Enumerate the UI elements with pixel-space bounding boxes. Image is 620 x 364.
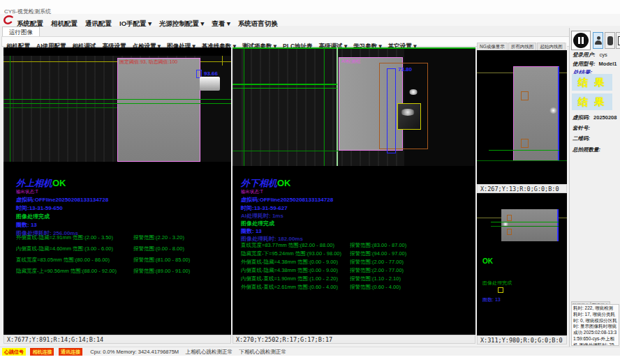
log-box[interactable]: 耗时: 222, 瑕疵检测耗时: 17, 瑕疵分类耗时: 0, 瑕疵模拟分区耗时… xyxy=(571,304,619,346)
left-overlay-green-line-2 xyxy=(3,103,231,104)
mid-ai-box-label: AI检测框 xyxy=(341,58,361,65)
menu-bar: 系统配置相机配置通讯配置IO手配置 ▾光源控制配置 ▾查看 ▾系统语言切换 xyxy=(0,14,620,26)
measurement-row: 直线宽度=83.77mm 范围:(82.00 - 88.00) 报警范围:(83… xyxy=(241,242,473,250)
left-blue-value-text: 93.66 xyxy=(204,70,218,77)
measurement-alarm-range: 报警范围:(89.00 - 91.00) xyxy=(133,268,190,275)
mid-time: 时间:13-31-59-627 xyxy=(241,204,288,212)
ng-view-bottom-panel[interactable]: OK 图像处理完成 圈数: 13 xyxy=(477,193,567,335)
left-camera-panel[interactable]: 固定阈值:93, 动态阈值:100 93.66 外上相机OK 输出状态:T 虚拟… xyxy=(3,47,231,335)
user-button[interactable] xyxy=(593,32,603,49)
ra-green-line-2 xyxy=(477,160,567,161)
mid-overlay-green-top xyxy=(232,47,475,49)
left-camera-image[interactable]: 固定阈值:93, 动态阈值:100 93.66 xyxy=(3,56,231,162)
control-panel: → 登录用户: cys 使用型号: Model1 总结果: 结 果 结 果 虚拟… xyxy=(569,28,620,351)
measurement-row: 外侧直线-隐藏=2.91mm 范围:(2.00 - 3.50) 报警范围:(2.… xyxy=(16,234,228,245)
rb-done-text: 图像处理完成 xyxy=(482,280,512,287)
tab-row: 运行图像 xyxy=(0,26,620,36)
left-camera-ok-badge: OK xyxy=(52,178,66,188)
rb-orange-box-1 xyxy=(507,215,512,221)
rb-ok-text: OK xyxy=(482,257,493,265)
measurement-row: 外侧直线-隐藏=4.38mm 范围:(0.00 - 9.00) 报警范围:(2.… xyxy=(241,259,473,267)
exit-button[interactable]: → xyxy=(616,32,620,49)
measurement-alarm-range: 报警范围:(2.00 - 77.00) xyxy=(350,259,404,266)
login-user-label: 登录用户: xyxy=(573,52,596,58)
left-overlay-green-line-1 xyxy=(3,99,231,100)
mid-feature-highlight xyxy=(400,109,415,116)
mid-overlay-green-line-1 xyxy=(232,84,337,85)
qrcode-label: 二维码: xyxy=(573,135,590,142)
upper-camera-heartbeat-text: 上相机心跳检测正常 xyxy=(186,348,233,356)
left-overlay-yellow-vline xyxy=(222,56,223,66)
measurement-alarm-range: 报警范围:(94.00 - 97.00) xyxy=(350,250,406,257)
app-logo-icon xyxy=(3,15,14,25)
mid-overlay-green-vline-1 xyxy=(244,47,244,166)
mid-barcode: 虚拟码:OFFline20250208133134728 xyxy=(241,196,333,204)
mid-camera-panel[interactable]: AI检测框 73.80 外下相机OK 输出状态:T 虚拟码:OFFline202… xyxy=(232,47,475,335)
measurement-row: 隐藏宽度-上=90.56mm 范围:(88.00 - 92.00) 报警范围:(… xyxy=(16,268,228,279)
result-box-2: 结 果 xyxy=(572,93,612,110)
login-user-value: cys xyxy=(600,52,607,58)
left-coords-bar: X:7677;Y:891;R:14;G:14;B:14 xyxy=(3,335,231,344)
measurement-alarm-range: 报警范围:(1.10 - 2.10) xyxy=(350,275,401,282)
measurement-alarm-range: 报警范围:(0.60 - 4.00) xyxy=(350,284,401,291)
mid-coords-bar: X:270;Y:2502;R:17;G:17;B:17 xyxy=(232,335,475,344)
mid-camera-name: 外下相机 xyxy=(241,178,277,188)
log-text: 耗时: 222, 瑕疵检测耗时: 17, 瑕疵分类耗时: 0, 瑕疵模拟分区耗时… xyxy=(573,305,617,346)
measurement-row: 内侧直线-直线=1.90mm 范围:(1.00 - 2.20) 报警范围:(1.… xyxy=(241,275,473,284)
app-window: CYS-视觉检测系统 系统配置相机配置通讯配置IO手配置 ▾光源控制配置 ▾查看… xyxy=(0,0,620,364)
tab-run-image[interactable]: 运行图像 xyxy=(2,26,40,36)
left-camera-name: 外上相机 xyxy=(16,178,52,188)
measurement-alarm-range: 报警范围:(0.00 - 8.00) xyxy=(133,245,184,252)
left-connector-part xyxy=(200,77,220,91)
mid-output-state: 输出状态:T xyxy=(241,189,263,195)
measurement-row: 直线宽度=83.05mm 范围:(80.00 - 86.00) 报警范围:(81… xyxy=(16,257,228,268)
measurement-row: 内侧直线-隐藏=4.60mm 范围:(3.00 - 6.00) 报警范围:(0.… xyxy=(16,245,228,257)
ng-view-top-image xyxy=(513,66,559,160)
pause-button[interactable] xyxy=(571,31,591,50)
left-time: 时间:13-31-59-650 xyxy=(16,204,63,212)
ra-white-blob xyxy=(549,107,557,114)
model-row: 使用型号: Model1 xyxy=(573,61,617,68)
rb-orange-box-2 xyxy=(507,229,512,235)
vcode-value: 20250208 xyxy=(593,114,617,121)
badge-button[interactable] xyxy=(605,32,615,49)
model-value: Model1 xyxy=(599,61,617,67)
left-camera-title: 外上相机OK xyxy=(16,177,66,190)
needle-label: 套针号: xyxy=(573,125,590,132)
rb-ring-text: 圈数: 13 xyxy=(482,296,501,303)
mid-camera-title: 外下相机OK xyxy=(241,177,291,190)
mid-overlay-green-line-3 xyxy=(232,151,339,151)
ng-bottom-coords-bar: X:311;Y:980;R:0;G:0;B:0 xyxy=(477,335,567,344)
measurement-alarm-range: 报警范围:(2.00 - 77.00) xyxy=(350,267,404,274)
model-label: 使用型号: xyxy=(573,61,596,67)
ng-view-bottom-image xyxy=(501,209,559,241)
window-titlebar: CYS-视觉检测系统 xyxy=(0,0,620,14)
bottom-margin xyxy=(0,356,620,364)
left-product-roi-box xyxy=(117,58,200,162)
measurement-alarm-range: 报警范围:(2.20 - 3.20) xyxy=(133,234,184,241)
mid-ai-elapsed: AI处理耗时: 1ms xyxy=(241,212,283,220)
measurement-row: 内侧直线-隐藏=4.38mm 范围:(0.00 - 9.00) 报警范围:(2.… xyxy=(241,267,473,275)
badge-icon xyxy=(607,36,613,45)
lower-camera-heartbeat-text: 下相机心跳检测正常 xyxy=(239,348,287,356)
measurement-text: 直线宽度=83.05mm 范围:(80.00 - 86.00) xyxy=(16,257,110,264)
measurement-text: 外侧直线-直线=2.61mm 范围:(0.60 - 4.00) xyxy=(241,284,338,291)
user-icon xyxy=(595,36,602,45)
left-output-state: 输出状态:T xyxy=(16,189,38,195)
mid-overlay-bright-vline xyxy=(337,47,338,166)
measurement-text: 隐藏宽度-下=95.24mm 范围:(93.00 - 98.00) xyxy=(241,250,341,257)
result-box-1: 结 果 xyxy=(572,74,612,91)
ng-view-top-panel[interactable] xyxy=(477,50,567,184)
measurement-row: 外侧直线-直线=2.61mm 范围:(0.60 - 4.00) 报警范围:(0.… xyxy=(241,284,473,292)
pause-icon xyxy=(573,33,589,48)
left-ring-count: 圈数: 13 xyxy=(16,221,37,229)
mid-camera-image[interactable]: AI检测框 73.80 xyxy=(232,47,475,166)
left-overlay-green-vline xyxy=(10,56,10,162)
ra-green-line-1 xyxy=(489,150,559,151)
ng-top-coords-bar: X:267;Y:13;R:0;G:0;B:0 xyxy=(477,184,567,193)
vcode-label: 虚拟码: xyxy=(573,114,590,121)
rb-yellow-marker xyxy=(498,287,503,293)
mid-camera-ok-badge: OK xyxy=(277,178,291,188)
mid-overlay-green-line-2 xyxy=(232,88,337,89)
rb-green-line-2 xyxy=(491,226,559,227)
